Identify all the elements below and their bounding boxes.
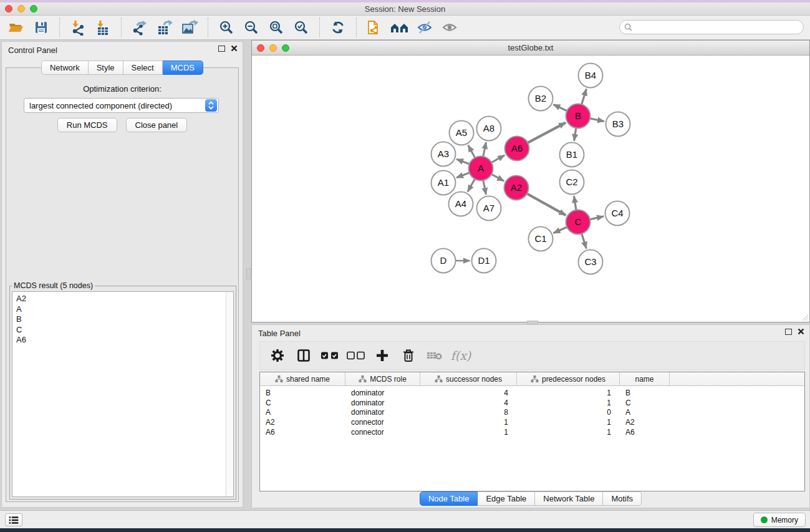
- graph-edge-B-B2[interactable]: [553, 105, 568, 112]
- first-neighbors-button[interactable]: [387, 17, 412, 38]
- vertical-splitter-handle[interactable]: [246, 268, 251, 279]
- network-window-titlebar[interactable]: testGlobe.txt: [252, 41, 809, 56]
- tab-edge-table[interactable]: Edge Table: [478, 491, 535, 506]
- refresh-button[interactable]: [325, 17, 350, 38]
- graph-edge-B-B3[interactable]: [589, 118, 604, 121]
- close-table-panel-icon[interactable]: [798, 328, 804, 335]
- mcds-result-item[interactable]: A2: [16, 294, 226, 304]
- table-cell[interactable]: dominator: [345, 408, 420, 417]
- zoom-fit-button[interactable]: [264, 17, 289, 38]
- column-header-name[interactable]: name: [620, 372, 670, 385]
- optimization-criterion-select[interactable]: largest connected component (directed): [24, 98, 219, 113]
- table-cell[interactable]: dominator: [345, 389, 420, 397]
- graph-edge-A-A4[interactable]: [468, 178, 475, 191]
- search-field[interactable]: [619, 20, 804, 34]
- graph-edge-C-C1[interactable]: [554, 226, 569, 233]
- graph-edge-A-A7[interactable]: [483, 179, 486, 195]
- mcds-result-item[interactable]: B: [16, 314, 226, 325]
- table-cell[interactable]: 1: [517, 389, 620, 397]
- column-header-predecessor-nodes[interactable]: predecessor nodes: [517, 372, 620, 385]
- graph-edge-C-C3[interactable]: [581, 233, 586, 249]
- table-cell[interactable]: 0: [517, 408, 620, 417]
- deselect-all-rows-button[interactable]: [345, 344, 367, 367]
- resize-grip-icon[interactable]: [801, 314, 809, 321]
- memory-button[interactable]: Memory: [753, 513, 806, 527]
- table-cell[interactable]: B: [260, 389, 345, 397]
- table-row[interactable]: Cdominator41C: [260, 398, 804, 408]
- close-panel-button[interactable]: Close panel: [126, 118, 188, 132]
- graph-edge-C-C4[interactable]: [589, 216, 604, 220]
- tab-motifs[interactable]: Motifs: [603, 491, 642, 506]
- export-network-button[interactable]: [127, 17, 152, 38]
- table-row[interactable]: Bdominator41B: [260, 388, 804, 398]
- table-cell[interactable]: A: [260, 408, 345, 417]
- tab-network[interactable]: Network: [41, 60, 89, 75]
- import-table-button[interactable]: [90, 17, 115, 38]
- float-table-panel-icon[interactable]: [785, 329, 792, 335]
- table-cell[interactable]: 1: [517, 418, 620, 427]
- tab-node-table[interactable]: Node Table: [420, 491, 478, 506]
- table-cell[interactable]: A6: [260, 428, 345, 437]
- table-cell[interactable]: 8: [420, 408, 517, 417]
- new-network-from-selection-button[interactable]: [362, 17, 387, 38]
- create-column-button[interactable]: [371, 344, 393, 367]
- table-cell[interactable]: A6: [620, 428, 670, 437]
- graph-edge-A-A8[interactable]: [483, 142, 486, 158]
- mcds-result-item[interactable]: A6: [16, 335, 226, 346]
- table-cell[interactable]: 1: [420, 428, 517, 437]
- minimize-network-window-button[interactable]: [269, 44, 277, 52]
- graph-edge-C-C2[interactable]: [574, 196, 576, 211]
- table-row[interactable]: Adominator80A: [260, 408, 804, 418]
- open-session-button[interactable]: [4, 17, 29, 38]
- table-row[interactable]: A6connector11A6: [260, 427, 804, 437]
- graph-edge-A-A2[interactable]: [490, 173, 504, 181]
- save-session-button[interactable]: [29, 17, 54, 38]
- graph-edge-B-B1[interactable]: [574, 127, 577, 141]
- zoom-out-button[interactable]: [239, 17, 264, 38]
- table-cell[interactable]: 1: [517, 428, 620, 437]
- column-header-successor-nodes[interactable]: successor nodes: [420, 372, 517, 385]
- minimize-window-button[interactable]: [17, 5, 25, 12]
- graph-edge-A2-C[interactable]: [526, 193, 566, 215]
- table-cell[interactable]: dominator: [345, 399, 420, 407]
- zoom-window-button[interactable]: [30, 5, 37, 12]
- function-builder-button[interactable]: f(x): [450, 344, 472, 367]
- graph-edge-A-A5[interactable]: [468, 145, 476, 159]
- network-canvas[interactable]: B4B2BB3A5A8A6A3B1AA1C2A2A4A7C4CC1C3DD1: [252, 56, 809, 322]
- table-cell[interactable]: B: [620, 389, 670, 397]
- close-network-window-button[interactable]: [257, 44, 264, 52]
- tab-mcds[interactable]: MCDS: [163, 60, 203, 75]
- column-header-mcds-role[interactable]: MCDS role: [345, 372, 420, 385]
- float-panel-icon[interactable]: [218, 46, 225, 52]
- task-history-button[interactable]: [5, 513, 22, 526]
- table-cell[interactable]: connector: [345, 428, 420, 437]
- close-window-button[interactable]: [5, 5, 12, 12]
- table-cell[interactable]: 1: [420, 418, 517, 427]
- zoom-selected-button[interactable]: [289, 17, 314, 38]
- import-network-button[interactable]: [65, 17, 90, 38]
- mcds-result-item[interactable]: A: [16, 304, 226, 315]
- export-table-button[interactable]: [152, 17, 177, 38]
- close-panel-icon[interactable]: [231, 45, 238, 52]
- table-row[interactable]: A2connector11A2: [260, 417, 804, 427]
- graph-edge-B-B4[interactable]: [581, 89, 586, 106]
- tab-style[interactable]: Style: [89, 60, 123, 75]
- mcds-result-item[interactable]: C: [16, 325, 226, 336]
- mcds-list-scrollbar[interactable]: [226, 292, 233, 496]
- graph-edge-A-A3[interactable]: [456, 159, 471, 165]
- hide-selected-button[interactable]: [412, 17, 437, 38]
- tab-select[interactable]: Select: [123, 60, 163, 75]
- table-cell[interactable]: C: [620, 399, 670, 407]
- tab-network-table[interactable]: Network Table: [535, 491, 603, 506]
- table-cell[interactable]: A2: [620, 418, 670, 427]
- export-image-button[interactable]: [177, 17, 202, 38]
- delete-column-button[interactable]: [397, 344, 420, 367]
- show-columns-button[interactable]: [292, 344, 315, 367]
- graph-edge-A-A1[interactable]: [456, 172, 471, 178]
- search-input[interactable]: [635, 23, 803, 32]
- delete-table-button[interactable]: [423, 344, 446, 367]
- graph-edge-A6-B[interactable]: [526, 123, 566, 143]
- table-cell[interactable]: C: [260, 399, 345, 407]
- table-cell[interactable]: A2: [260, 418, 345, 427]
- graph-edge-A-A6[interactable]: [490, 155, 504, 163]
